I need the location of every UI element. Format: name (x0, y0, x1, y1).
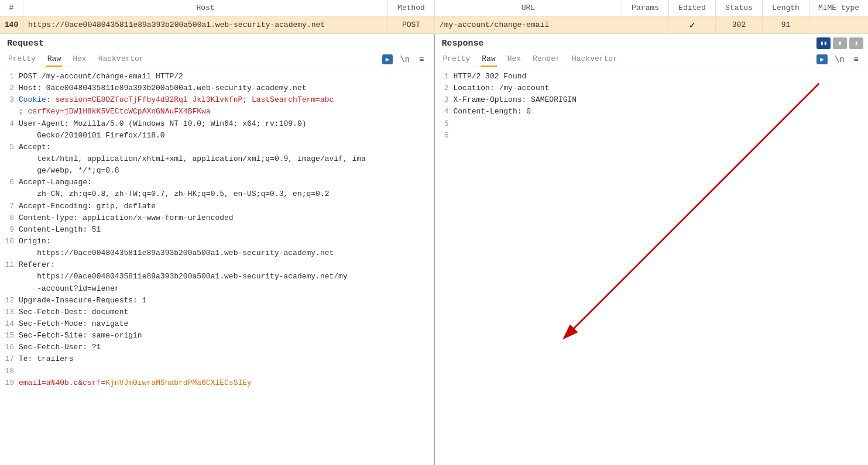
request-line-3: 3 Cookie: session=CE8OZfucTjFfby4dB2Rql … (5, 94, 429, 118)
request-line-10: 10 Origin: https://0ace00480435811e89a39… (5, 236, 429, 259)
toolbar-layout-btn-3[interactable]: ▮ (849, 37, 863, 49)
row-num: 140 (0, 16, 23, 33)
response-send-icon[interactable]: ▶ (816, 54, 828, 64)
request-line-8: 8 Content-Type: application/x-www-form-u… (5, 212, 429, 224)
response-tabs: Pretty Raw Hex Render Hackvertor ▶ \n ≡ (435, 51, 869, 67)
tab-request-raw[interactable]: Raw (46, 52, 62, 67)
request-line-15: 15 Sec-Fetch-Site: same-origin (5, 330, 429, 342)
response-panel: ▮▮ ▮ ▮ Response Pretty Raw Hex Render Ha… (435, 34, 869, 465)
response-newline-icon[interactable]: \n (832, 54, 847, 66)
tab-response-pretty[interactable]: Pretty (442, 52, 472, 67)
toolbar-layout-btn-1[interactable]: ▮▮ (816, 37, 831, 49)
tab-request-hex[interactable]: Hex (71, 52, 87, 67)
row-params (622, 16, 669, 33)
response-line-1: 1 HTTP/2 302 Found (440, 71, 864, 82)
response-line-3: 3 X-Frame-Options: SAMEORIGIN (440, 94, 864, 106)
col-header-num: # (0, 0, 23, 16)
request-code-area[interactable]: 1 POST /my-account/change-email HTTP/2 2… (0, 67, 434, 465)
table-row[interactable]: 140 https://0ace00480435811e89a393b200a5… (0, 16, 868, 34)
request-line-11: 11 Referer: https://0ace00480435811e89a3… (5, 259, 429, 294)
response-line-2: 2 Location: /my-account (440, 82, 864, 94)
tab-response-hex[interactable]: Hex (506, 52, 522, 67)
request-tab-icons: ▶ \n ≡ (382, 54, 427, 66)
request-menu-icon[interactable]: ≡ (417, 54, 426, 66)
request-line-2: 2 Host: 0ace00480435811e89a393b200a500a1… (5, 82, 429, 94)
request-line-1: 1 POST /my-account/change-email HTTP/2 (5, 71, 429, 82)
main-area: Request Pretty Raw Hex Hackvertor ▶ \n ≡… (0, 34, 868, 465)
request-line-7: 7 Accept-Encoding: gzip, deflate (5, 201, 429, 212)
request-line-18: 18 (5, 366, 429, 377)
response-line-4: 4 Content-Length: 0 (440, 106, 864, 118)
request-send-icon[interactable]: ▶ (382, 54, 393, 64)
request-line-17: 17 Te: trailers (5, 353, 429, 365)
response-title: Response (435, 34, 869, 51)
response-menu-icon[interactable]: ≡ (852, 54, 861, 66)
request-title: Request (0, 34, 434, 51)
col-header-mime: MIME type (809, 0, 868, 16)
col-header-host: Host (23, 0, 388, 16)
request-line-12: 12 Upgrade-Insecure-Requests: 1 (5, 295, 429, 306)
tab-response-hackvertor[interactable]: Hackvertor (571, 52, 619, 67)
row-status: 302 (716, 16, 763, 33)
col-header-status: Status (716, 0, 763, 16)
tab-request-pretty[interactable]: Pretty (7, 52, 37, 67)
col-header-length: Length (763, 0, 809, 16)
response-code-area[interactable]: 1 HTTP/2 302 Found 2 Location: /my-accou… (435, 67, 869, 465)
toolbar-layout-btn-2[interactable]: ▮ (833, 37, 847, 49)
response-line-6: 6 (440, 130, 864, 142)
col-header-method: Method (388, 0, 435, 16)
request-line-13: 13 Sec-Fetch-Dest: document (5, 306, 429, 318)
request-line-6: 6 Accept-Language: zh-CN, zh;q=0.8, zh-T… (5, 177, 429, 200)
col-header-params: Params (622, 0, 669, 16)
tab-response-render[interactable]: Render (531, 52, 561, 67)
row-host: https://0ace00480435811e89a393b200a500a1… (23, 16, 388, 33)
request-line-9: 9 Content-Length: 51 (5, 224, 429, 236)
tab-response-raw[interactable]: Raw (481, 52, 496, 67)
row-length: 91 (763, 16, 809, 33)
request-tabs: Pretty Raw Hex Hackvertor ▶ \n ≡ (0, 51, 434, 67)
request-line-5: 5 Accept: text/html, application/xhtml+x… (5, 142, 429, 177)
col-header-edited: Edited (669, 0, 716, 16)
request-line-14: 14 Sec-Fetch-Mode: navigate (5, 318, 429, 330)
row-method: POST (388, 16, 435, 33)
col-header-url: URL (435, 0, 622, 16)
row-mime (809, 16, 868, 33)
response-toolbar: ▮▮ ▮ ▮ (812, 34, 868, 53)
response-tab-icons: ▶ \n ≡ (816, 54, 861, 66)
request-line-4: 4 User-Agent: Mozilla/5.0 (Windows NT 10… (5, 118, 429, 142)
row-url: /my-account/change-email (435, 16, 622, 33)
request-line-19: 19 email=a%40b.c&csrf=KjnVJm0iwraMShabrd… (5, 377, 429, 389)
row-edited: ✓ (669, 16, 716, 33)
request-line-16: 16 Sec-Fetch-User: ?1 (5, 342, 429, 353)
tab-request-hackvertor[interactable]: Hackvertor (97, 52, 145, 67)
table-header: # Host Method URL Params Edited Status L… (0, 0, 868, 16)
request-panel: Request Pretty Raw Hex Hackvertor ▶ \n ≡… (0, 34, 435, 465)
response-line-5: 5 (440, 118, 864, 130)
request-newline-icon[interactable]: \n (397, 54, 412, 66)
